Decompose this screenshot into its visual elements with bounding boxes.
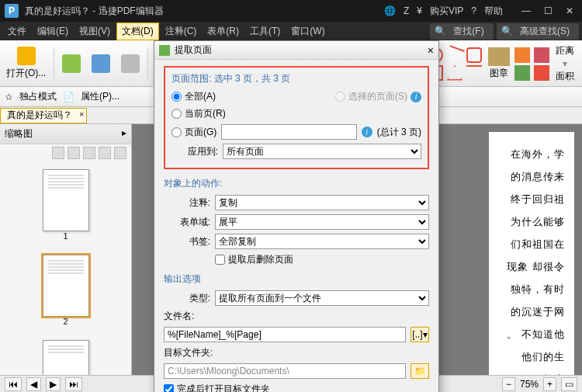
highlight-icon[interactable] bbox=[514, 47, 530, 63]
nav-last[interactable]: ⏭ bbox=[65, 377, 82, 391]
pages-input[interactable] bbox=[221, 124, 356, 140]
img-icon bbox=[92, 54, 110, 73]
solo-mode-icon: ☆ bbox=[5, 92, 13, 102]
marker-icon[interactable] bbox=[514, 65, 530, 81]
user-label[interactable]: Z bbox=[404, 5, 409, 16]
info-icon[interactable]: i bbox=[362, 127, 372, 137]
globe-icon[interactable]: 🌐 bbox=[384, 5, 396, 16]
create-icon bbox=[62, 54, 81, 73]
polyline-icon[interactable] bbox=[466, 65, 482, 81]
page-icon bbox=[121, 54, 140, 73]
tab-close-icon[interactable]: × bbox=[79, 110, 84, 119]
menu-window[interactable]: 窗口(W) bbox=[286, 23, 329, 40]
area-button[interactable]: 面积 bbox=[556, 70, 574, 83]
window-title: 真的是好运吗？ - 迅捷PDF编辑器 bbox=[25, 5, 384, 18]
coin-icon: ¥ bbox=[417, 5, 422, 16]
pencil-icon[interactable] bbox=[534, 65, 549, 81]
dialog-close-button[interactable]: × bbox=[428, 44, 434, 57]
thumb-tool[interactable] bbox=[114, 147, 126, 159]
apply-to-select[interactable]: 所有页面 bbox=[223, 144, 421, 159]
browse-folder-button[interactable]: 📁 bbox=[411, 363, 429, 379]
distance-button[interactable]: 距离 bbox=[556, 44, 574, 57]
properties[interactable]: 属性(P)... bbox=[81, 90, 120, 103]
radio-selected[interactable]: 选择的页面(S) i bbox=[335, 90, 421, 103]
help-label[interactable]: 帮助 bbox=[484, 5, 503, 18]
open-after-checkbox[interactable]: 完成后打开目标文件夹 bbox=[164, 383, 270, 392]
menu-view[interactable]: 视图(V) bbox=[74, 23, 115, 40]
folder-icon bbox=[17, 47, 36, 65]
total-pages: (总计 3 页) bbox=[377, 126, 421, 139]
zoom-in[interactable]: + bbox=[543, 377, 556, 391]
actions-heading: 对象上的动作: bbox=[164, 177, 429, 190]
radio-pages[interactable]: 页面(G) bbox=[171, 126, 217, 139]
maximize-button[interactable]: ☐ bbox=[540, 5, 556, 16]
filename-input[interactable] bbox=[164, 327, 406, 342]
stamp-button[interactable]: 图章 bbox=[488, 47, 510, 80]
bookmark-select[interactable]: 全部复制 bbox=[215, 234, 429, 249]
type-select[interactable]: 提取所有页面到一个文件 bbox=[215, 290, 429, 306]
app-logo: P bbox=[5, 4, 19, 18]
filename-vars-button[interactable]: [..]▾ bbox=[411, 327, 429, 342]
nav-next[interactable]: ▶ bbox=[46, 377, 61, 391]
menu-tool[interactable]: 工具(T) bbox=[245, 23, 285, 40]
dialog-icon bbox=[159, 45, 170, 56]
cloud-icon[interactable] bbox=[466, 47, 482, 63]
eraser-icon[interactable] bbox=[534, 47, 549, 63]
folder-input[interactable] bbox=[164, 363, 406, 379]
thumbnail-1[interactable] bbox=[43, 169, 89, 231]
radio-current[interactable]: 当前页(R) bbox=[171, 107, 226, 120]
adv-search-button[interactable]: 🔍 高级查找(S) bbox=[497, 23, 579, 40]
close-button[interactable]: ✕ bbox=[562, 5, 577, 16]
zoom-level[interactable]: 75% bbox=[520, 379, 539, 390]
thumb-tool[interactable] bbox=[68, 147, 80, 159]
line-icon[interactable] bbox=[445, 45, 465, 65]
stamp-icon bbox=[488, 47, 510, 66]
open-button[interactable]: 打开(O)... bbox=[3, 45, 49, 82]
delete-after-checkbox[interactable]: 提取后删除页面 bbox=[215, 253, 293, 266]
sidebar-menu-icon[interactable]: ▸ bbox=[122, 127, 126, 140]
thumb-tool[interactable] bbox=[52, 147, 64, 159]
dialog-title: 提取页面 bbox=[175, 43, 212, 57]
menu-edit[interactable]: 编辑(E) bbox=[33, 23, 73, 40]
menu-document[interactable]: 文档(D) bbox=[116, 23, 159, 40]
radio-all[interactable]: 全部(A) bbox=[171, 90, 216, 103]
properties-icon: 📄 bbox=[63, 92, 74, 102]
nav-first[interactable]: ⏮ bbox=[5, 377, 22, 391]
help-icon[interactable]: ? bbox=[471, 5, 476, 16]
menu-form[interactable]: 表单(R) bbox=[203, 23, 244, 40]
solo-mode[interactable]: 独占模式 bbox=[19, 90, 57, 103]
apply-to-label: 应用到: bbox=[171, 145, 218, 158]
menu-file[interactable]: 文件 bbox=[3, 23, 31, 40]
tool-btn[interactable] bbox=[59, 53, 84, 75]
thumb-tool[interactable] bbox=[99, 147, 111, 159]
output-heading: 输出选项 bbox=[164, 272, 429, 286]
nav-prev[interactable]: ◀ bbox=[26, 377, 41, 391]
menu-comment[interactable]: 注释(C) bbox=[161, 23, 202, 40]
minimize-button[interactable]: — bbox=[518, 5, 534, 16]
thumbnail-2[interactable] bbox=[43, 255, 89, 317]
search-button[interactable]: 🔍 查找(F) bbox=[430, 23, 494, 40]
polygon-icon[interactable] bbox=[447, 65, 462, 81]
range-heading: 页面范围: 选中 3 页，共 3 页 bbox=[171, 72, 421, 85]
buy-vip[interactable]: 购买VIP bbox=[430, 5, 463, 18]
thumbnail-3[interactable] bbox=[43, 340, 89, 379]
tool-btn[interactable] bbox=[88, 53, 113, 75]
thumb-tool[interactable] bbox=[83, 147, 95, 159]
form-select[interactable]: 展平 bbox=[215, 214, 429, 230]
tab-label: 真的是好运吗？ bbox=[7, 109, 72, 122]
page-preview: 在海外，学的消息传来终于回归祖为什么能够们和祖国在现象 却很令独特，有时的沉迷于… bbox=[489, 132, 574, 380]
sidebar-title: 缩略图 bbox=[5, 127, 33, 140]
extract-pages-dialog: 提取页面 × 页面范围: 选中 3 页，共 3 页 全部(A) 选择的页面(S)… bbox=[154, 40, 439, 392]
annot-select[interactable]: 复制 bbox=[215, 195, 429, 210]
info-icon: i bbox=[411, 92, 421, 102]
zoom-out[interactable]: − bbox=[502, 377, 515, 391]
fit-page[interactable]: ▭ bbox=[561, 377, 577, 391]
tool-btn[interactable] bbox=[118, 53, 143, 75]
document-tab[interactable]: 真的是好运吗？ × bbox=[0, 108, 87, 123]
